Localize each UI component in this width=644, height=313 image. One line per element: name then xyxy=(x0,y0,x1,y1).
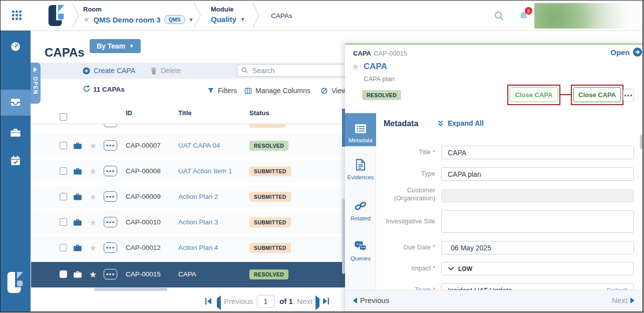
page-number-input[interactable]: 1 xyxy=(257,295,274,307)
table-row[interactable]: ★ ●●● CAP-00008 UAT Action Item 1 SUBMIT… xyxy=(31,160,345,183)
open-record-button[interactable]: Open xyxy=(610,48,642,57)
row-title-link[interactable]: Action Plan 2 xyxy=(178,193,218,200)
next-record-button[interactable]: Next xyxy=(612,296,634,304)
manage-columns-button[interactable]: Manage Columns xyxy=(244,83,310,99)
expand-all-button[interactable]: Expand All xyxy=(437,119,484,127)
horizontal-scrollbar[interactable] xyxy=(94,288,167,291)
select-all-checkbox[interactable] xyxy=(60,113,67,121)
status-badge: SUBMITTED xyxy=(249,243,291,253)
row-more-button[interactable]: ●●● xyxy=(104,242,117,253)
previous-page-label[interactable]: Previous xyxy=(224,297,253,305)
row-title-link[interactable]: UAT CAPA 04 xyxy=(178,142,220,149)
title-input[interactable]: CAPA xyxy=(441,146,634,159)
panel-more-button[interactable]: ●●● xyxy=(623,89,634,102)
chevron-down-icon[interactable]: ▼ xyxy=(189,17,194,23)
module-name[interactable]: Quality xyxy=(211,15,236,24)
sidebar-item-inbox[interactable] xyxy=(10,97,21,108)
table-row[interactable]: ★ ●●● CAP-00007 UAT CAPA 04 RESOLVED xyxy=(31,134,345,157)
column-header-status[interactable]: Status xyxy=(249,109,269,117)
pagination: Previous 1 of 1 Next xyxy=(201,295,331,308)
row-checkbox[interactable] xyxy=(60,244,67,251)
row-checkbox[interactable] xyxy=(60,270,67,278)
list-toolbar: Create CAPA Delete xyxy=(31,63,345,79)
table-row[interactable]: ★ ●●● CAP-00009 Action Plan 2 SUBMITTED xyxy=(31,185,345,208)
status-badge: RESOLVED xyxy=(249,141,288,151)
team-input[interactable]: Incident UAT Update Default xyxy=(441,283,634,290)
investigative-site-input[interactable] xyxy=(441,210,634,233)
delete-button[interactable]: Delete xyxy=(150,63,181,79)
table-row[interactable]: ★ ●●● CAP-00015 CAPA RESOLVED xyxy=(31,262,345,287)
row-checkbox[interactable] xyxy=(60,218,67,226)
first-page-icon[interactable] xyxy=(205,297,212,305)
chevron-down-icon[interactable]: ▼ xyxy=(240,17,245,22)
row-more-button[interactable]: ●●● xyxy=(104,217,117,227)
sidebar-item-tasks[interactable] xyxy=(10,155,21,166)
due-date-input[interactable]: 06 May 2025 xyxy=(441,241,634,254)
star-icon[interactable]: ★ xyxy=(89,217,97,228)
column-header-id[interactable]: ID xyxy=(126,109,132,117)
impact-value: LOW xyxy=(458,265,472,272)
row-title-link[interactable]: UAT Action Item 1 xyxy=(178,167,232,175)
tab-queries[interactable]: Queries xyxy=(345,237,376,265)
row-checkbox[interactable] xyxy=(60,167,67,175)
star-icon[interactable]: ★ xyxy=(351,61,360,73)
search-input[interactable] xyxy=(251,66,352,75)
row-id: CAP-00015 xyxy=(126,270,161,278)
status-badge-partial xyxy=(249,124,285,128)
tab-metadata[interactable]: Metadata xyxy=(345,113,376,146)
row-checkbox[interactable] xyxy=(60,193,67,200)
tab-related[interactable]: Related xyxy=(345,197,376,225)
row-title-link[interactable]: Action Plan 4 xyxy=(178,244,218,251)
notification-count-badge: 2 xyxy=(525,7,532,15)
open-panel-tab[interactable]: OPEN xyxy=(31,63,41,104)
create-capa-button[interactable]: Create CAPA xyxy=(83,63,135,79)
required-marker: * xyxy=(433,148,435,156)
row-more-button[interactable]: ●●● xyxy=(104,166,117,176)
star-icon[interactable]: ★ xyxy=(89,141,97,151)
app-window: Room ★ QMS Demo room 3 QMS ▼ Module Qual… xyxy=(0,0,643,312)
refresh-button[interactable] xyxy=(83,85,91,93)
last-page-icon[interactable] xyxy=(323,297,330,305)
star-icon[interactable]: ★ xyxy=(83,15,90,24)
table-row[interactable]: ★ ●●● CAP-00010 Action Plan 3 SUBMITTED xyxy=(31,211,345,234)
filters-label: Filters xyxy=(218,87,237,95)
panel-record-title[interactable]: CAPA xyxy=(364,62,387,72)
company-logo[interactable] xyxy=(48,5,66,26)
sidebar-item-workspace[interactable] xyxy=(10,127,21,138)
breadcrumb-module: Module Quality ▼ xyxy=(211,6,245,24)
required-marker: * xyxy=(433,286,435,290)
star-icon[interactable]: ★ xyxy=(89,243,97,253)
next-page-label[interactable]: Next xyxy=(297,297,312,305)
row-title-link[interactable]: Action Plan 3 xyxy=(178,218,218,226)
star-icon[interactable]: ★ xyxy=(89,192,97,202)
impact-select[interactable]: LOW xyxy=(441,262,634,275)
panel-scrollbar[interactable] xyxy=(640,135,642,149)
close-capa-button-callout[interactable]: Close CAPA xyxy=(573,87,621,102)
row-title-link[interactable]: CAPA xyxy=(178,270,196,278)
row-checkbox[interactable] xyxy=(60,142,67,149)
column-header-title[interactable]: Title xyxy=(178,109,192,117)
sidebar xyxy=(1,31,31,312)
filters-button[interactable]: Filters xyxy=(207,83,237,99)
type-input[interactable]: CAPA plan xyxy=(441,167,634,181)
table-row[interactable]: ★ ●●● CAP-00012 Action Plan 4 SUBMITTED xyxy=(31,236,345,259)
tab-evidences[interactable]: Evidences xyxy=(345,155,376,183)
sidebar-item-dashboard[interactable] xyxy=(10,41,21,52)
row-more-button[interactable]: ●●● xyxy=(104,191,117,202)
avatar[interactable] xyxy=(534,3,640,29)
previous-page-icon[interactable] xyxy=(217,298,221,307)
status-badge: SUBMITTED xyxy=(249,166,291,176)
chat-bubbles-icon xyxy=(355,241,367,252)
app-grid-button[interactable] xyxy=(12,11,22,20)
close-capa-button[interactable]: Close CAPA xyxy=(510,87,558,102)
next-page-icon[interactable] xyxy=(315,298,319,307)
room-name[interactable]: QMS Demo room 3 xyxy=(93,16,160,24)
previous-record-button[interactable]: Previous xyxy=(353,296,389,304)
star-icon[interactable]: ★ xyxy=(89,166,97,177)
row-more-button[interactable]: ●●● xyxy=(104,269,117,279)
by-team-button[interactable]: By Team ▼ xyxy=(90,39,141,53)
row-more-button[interactable]: ●●● xyxy=(104,140,117,151)
global-search-button[interactable] xyxy=(494,11,504,21)
open-tab-label: OPEN xyxy=(33,71,39,101)
star-icon[interactable]: ★ xyxy=(89,269,97,280)
